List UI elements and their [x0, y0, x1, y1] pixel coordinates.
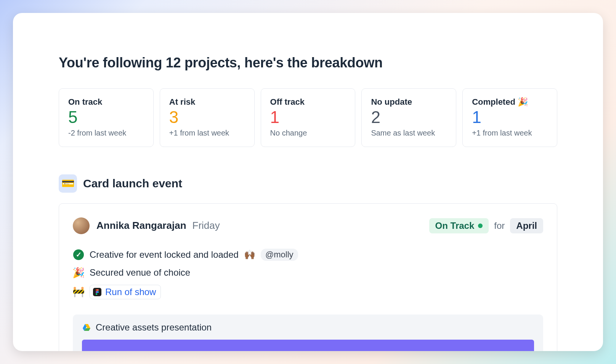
asset-title: Creative assets presentation [96, 322, 212, 333]
update-body: ✓ Creative for event locked and loaded 🙌… [73, 249, 543, 299]
update-line: 🚧 Run of show [73, 285, 543, 299]
stat-delta: -2 from last week [68, 129, 144, 137]
stat-title: No update [371, 97, 412, 107]
raised-hands-icon: 🙌🏾 [244, 249, 255, 260]
for-label: for [494, 220, 505, 231]
stat-delta: Same as last week [371, 129, 447, 137]
svg-point-3 [97, 291, 99, 292]
stat-card-completed[interactable]: Completed 🎉 1 +1 from last week [462, 88, 557, 147]
status-badge[interactable]: On Track [429, 218, 489, 233]
stat-card-off-track[interactable]: Off track 1 No change [261, 88, 356, 147]
stat-delta: +1 from last week [169, 129, 245, 137]
author-name[interactable]: Annika Rangarajan [96, 220, 186, 231]
update-line: 🎉 Secured venue of choice [73, 267, 543, 279]
stat-card-at-risk[interactable]: At risk 3 +1 from last week [160, 88, 255, 147]
asset-attachment[interactable]: Creative assets presentation [73, 315, 543, 351]
stat-title: At risk [169, 97, 195, 107]
page-heading: You're following 12 projects, here's the… [59, 55, 557, 71]
construction-icon: 🚧 [73, 286, 84, 298]
check-icon: ✓ [73, 249, 84, 260]
stat-value: 3 [169, 108, 245, 127]
credit-card-icon: 💳 [61, 177, 75, 190]
stat-value: 2 [371, 108, 447, 127]
svg-point-4 [96, 293, 97, 295]
figma-icon [93, 288, 101, 296]
stat-value: 5 [68, 108, 144, 127]
project-header[interactable]: 💳 Card launch event [59, 174, 557, 193]
project-icon: 💳 [59, 174, 77, 193]
party-icon: 🎉 [73, 267, 84, 279]
asset-preview-bar [82, 340, 534, 351]
stat-value: 1 [270, 108, 346, 127]
stat-delta: No change [270, 129, 346, 137]
stat-card-on-track[interactable]: On track 5 -2 from last week [59, 88, 154, 147]
party-icon: 🎉 [518, 97, 528, 107]
run-of-show-link[interactable]: Run of show [105, 287, 156, 297]
app-window: You're following 12 projects, here's the… [13, 13, 603, 351]
update-header: Annika Rangarajan Friday On Track for Ap… [73, 217, 543, 234]
stat-value: 1 [472, 108, 548, 127]
status-dot-icon [478, 224, 483, 228]
author-avatar[interactable] [73, 217, 90, 234]
user-mention[interactable]: @molly [261, 249, 298, 261]
update-card: Annika Rangarajan Friday On Track for Ap… [59, 203, 557, 351]
google-drive-icon [82, 323, 91, 332]
update-text: Creative for event locked and loaded [90, 249, 239, 260]
stat-delta: +1 from last week [472, 129, 548, 137]
svg-point-1 [97, 289, 99, 291]
figma-link-chip[interactable]: Run of show [90, 285, 161, 299]
stat-title: Completed [472, 97, 515, 107]
stat-title: Off track [270, 97, 305, 107]
status-label: On Track [435, 220, 475, 231]
posted-time: Friday [192, 220, 220, 231]
update-text: Secured venue of choice [90, 267, 190, 278]
project-title: Card launch event [83, 177, 182, 190]
update-line: ✓ Creative for event locked and loaded 🙌… [73, 249, 543, 261]
stats-row: On track 5 -2 from last week At risk 3 +… [59, 88, 557, 147]
stat-card-no-update[interactable]: No update 2 Same as last week [361, 88, 456, 147]
target-month[interactable]: April [510, 218, 543, 233]
stat-title: On track [68, 97, 102, 107]
